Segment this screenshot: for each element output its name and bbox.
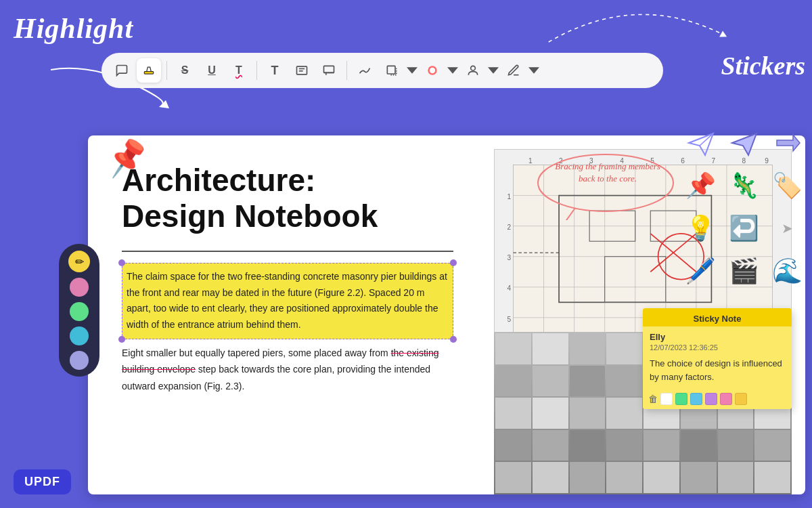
sticker-return-arrow[interactable]: ↩️ <box>725 209 763 247</box>
svg-text:4: 4 <box>507 284 511 292</box>
color-purple[interactable] <box>70 351 89 370</box>
divider-1 <box>166 61 167 80</box>
toolbar-user-dropdown[interactable] <box>488 58 499 83</box>
divider-3 <box>346 61 347 80</box>
toolbar-text[interactable]: T <box>263 58 287 83</box>
document-panel: Architecture: Design Notebook The claim … <box>88 135 480 494</box>
sticker-clapperboard[interactable]: 🎬 <box>725 252 763 289</box>
sticker-eraser[interactable]: 🖊️ <box>682 252 719 289</box>
sticky-note-header: Sticky Note <box>643 308 792 326</box>
svg-text:5: 5 <box>507 316 511 323</box>
color-green[interactable] <box>70 302 89 321</box>
strikethrough-text: the existing building envelope <box>122 347 438 375</box>
highlight-label: Highlight <box>14 12 133 45</box>
svg-marker-15 <box>488 67 499 74</box>
svg-marker-1 <box>159 100 169 108</box>
toolbar-freehand[interactable] <box>353 58 377 83</box>
sticky-color-pink[interactable] <box>720 393 732 405</box>
toolbar-strikethrough[interactable]: S <box>173 58 197 83</box>
document-title: Architecture: Design Notebook <box>122 163 453 234</box>
sticker-paper-plane-colored[interactable] <box>725 124 763 161</box>
speech-bubble-text: Bracing the framing members back to the … <box>547 161 669 185</box>
svg-point-12 <box>430 68 435 73</box>
sticky-note-date: 12/07/2023 12:36:25 <box>650 343 785 352</box>
svg-text:3: 3 <box>507 254 511 261</box>
toolbar-fill[interactable] <box>420 58 445 83</box>
color-pink[interactable] <box>70 278 89 297</box>
svg-text:1: 1 <box>528 157 533 165</box>
decorative-dotted-curve <box>541 5 731 49</box>
svg-text:2: 2 <box>507 224 511 231</box>
sticker-wave[interactable]: 🌊 <box>769 252 806 289</box>
selection-handle-tl <box>118 259 125 266</box>
svg-marker-10 <box>407 67 418 74</box>
pin-sticker: 📌 <box>104 135 151 180</box>
color-blue[interactable] <box>70 326 89 345</box>
selection-handle-br <box>450 336 457 343</box>
sticky-delete-button[interactable]: 🗑 <box>648 394 658 404</box>
sticky-color-yellow[interactable] <box>735 393 747 405</box>
toolbar-pen[interactable] <box>501 58 526 83</box>
sticky-color-white[interactable] <box>660 393 673 405</box>
toolbar-fill-dropdown[interactable] <box>447 58 458 83</box>
sticky-color-purple[interactable] <box>705 393 717 405</box>
divider-2 <box>256 61 257 80</box>
svg-line-54 <box>562 208 575 220</box>
toolbar-comment[interactable] <box>110 58 134 83</box>
svg-marker-0 <box>719 30 727 38</box>
svg-text:1: 1 <box>507 193 511 200</box>
document-body: Eight smaller but equally tapered piers,… <box>122 345 453 395</box>
speech-bubble-container: Bracing the framing members back to the … <box>535 152 677 223</box>
toolbar-pen-dropdown[interactable] <box>528 58 539 83</box>
selection-handle-tr <box>450 259 457 266</box>
svg-rect-9 <box>387 66 395 74</box>
stickers-label: Stickers <box>721 51 805 81</box>
sticker-more-right[interactable]: ➤ <box>769 209 806 247</box>
svg-point-14 <box>471 66 476 70</box>
toolbar-highlight[interactable] <box>137 58 161 83</box>
sticker-pin-red[interactable]: 📌 <box>682 167 719 204</box>
sticky-color-green[interactable] <box>675 393 687 405</box>
sticky-note-content: The choice of design is influenced by ma… <box>650 357 785 383</box>
svg-rect-6 <box>324 66 334 72</box>
highlighted-text: The claim space for the two free-standin… <box>122 263 453 339</box>
svg-marker-59 <box>777 135 800 151</box>
svg-marker-58 <box>732 133 757 155</box>
svg-marker-13 <box>447 67 458 74</box>
color-panel: ✏ <box>59 244 99 377</box>
sticky-color-blue[interactable] <box>690 393 702 405</box>
active-color-pencil[interactable]: ✏ <box>68 251 90 272</box>
toolbar-textbox[interactable] <box>290 58 314 83</box>
selection-handle-bl <box>118 336 125 343</box>
toolbar-squiggly[interactable]: T <box>227 58 251 83</box>
sticker-bulb[interactable]: 💡 <box>682 209 719 247</box>
svg-marker-16 <box>528 67 539 74</box>
sticky-note: Sticky Note Elly 12/07/2023 12:36:25 The… <box>643 308 792 409</box>
sticky-note-footer: 🗑 <box>643 389 792 409</box>
toolbar-callout[interactable] <box>317 58 341 83</box>
updf-logo: UPDF <box>14 469 71 494</box>
sticker-paper-plane-outline[interactable] <box>682 124 719 161</box>
toolbar-shapes[interactable] <box>380 58 404 83</box>
sticky-note-author: Elly <box>650 332 785 342</box>
sticker-arrow-right[interactable] <box>769 124 806 161</box>
toolbar: S U T T <box>102 53 663 88</box>
sticker-lizard[interactable]: 🦎 <box>725 167 763 204</box>
svg-rect-2 <box>144 72 153 74</box>
toolbar-user[interactable] <box>461 58 485 83</box>
sticky-note-body: Elly 12/07/2023 12:36:25 The choice of d… <box>643 326 792 389</box>
toolbar-underline[interactable]: U <box>200 58 224 83</box>
sticker-tag-blue[interactable]: 🏷️ <box>769 167 806 204</box>
document-divider <box>122 251 453 252</box>
stickers-panel: 📌 🦎 🏷️ 💡 ↩️ ➤ 🖊️ 🎬 🌊 <box>677 119 812 494</box>
toolbar-shapes-dropdown[interactable] <box>407 58 418 83</box>
